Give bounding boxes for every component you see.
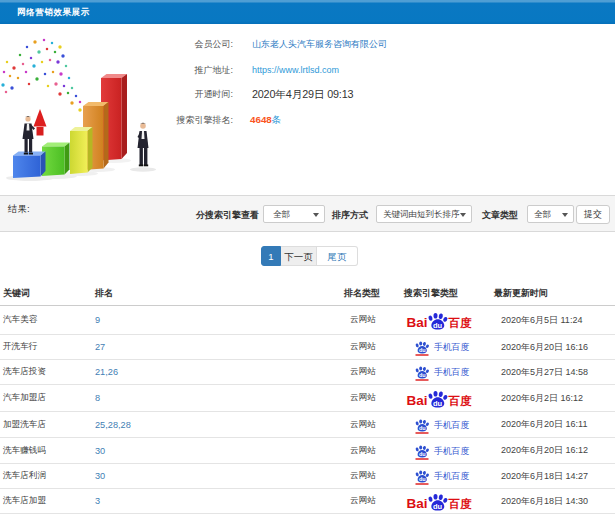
svg-text:Bai: Bai xyxy=(407,393,428,408)
svg-text:du: du xyxy=(419,347,426,353)
svg-text:百度: 百度 xyxy=(448,316,473,329)
svg-text:Bai: Bai xyxy=(407,315,428,330)
svg-text:du: du xyxy=(419,425,426,431)
svg-text:百度: 百度 xyxy=(448,497,473,510)
svg-text:du: du xyxy=(433,321,443,330)
svg-text:du: du xyxy=(419,476,426,482)
svg-text:du: du xyxy=(419,372,426,378)
svg-text:du: du xyxy=(433,399,443,408)
svg-text:du: du xyxy=(419,451,426,457)
svg-text:du: du xyxy=(433,502,443,511)
svg-text:百度: 百度 xyxy=(448,394,473,407)
svg-text:Bai: Bai xyxy=(407,496,428,511)
